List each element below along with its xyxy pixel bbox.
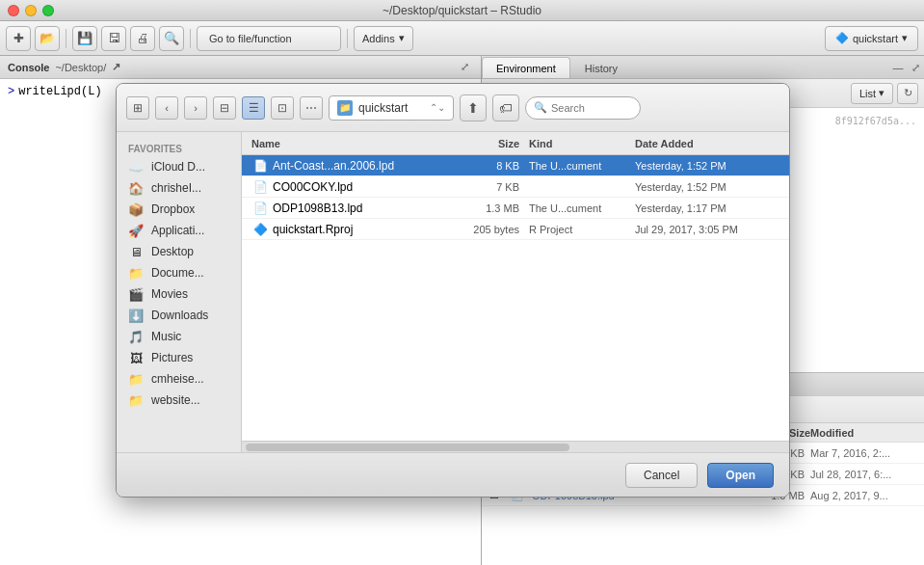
sidebar-item-desktop[interactable]: 🖥 Desktop: [117, 241, 241, 262]
right-panel-collapse-btn[interactable]: —: [889, 59, 907, 76]
dialog-view-gallery-btn[interactable]: ⋯: [300, 96, 323, 120]
find-btn[interactable]: 🔍: [159, 26, 184, 51]
file-size-3: 205 bytes: [442, 224, 519, 235]
env-refresh-btn[interactable]: ↻: [897, 83, 918, 104]
project-icon: 🔷: [835, 32, 849, 44]
sidebar-item-home[interactable]: 🏠 chrisheI...: [117, 177, 241, 199]
new-file-btn[interactable]: ✚: [6, 26, 31, 51]
project-btn[interactable]: 🔷 quickstart ▾: [825, 26, 918, 51]
console-path-icon[interactable]: ↗: [112, 61, 120, 73]
sidebar-icloud-label: iCloud D...: [151, 160, 205, 174]
open-button[interactable]: Open: [707, 463, 774, 488]
sidebar-item-website[interactable]: 📁 website...: [117, 390, 241, 411]
search-icon: 🔍: [534, 101, 547, 114]
col-header-size[interactable]: Size: [442, 138, 519, 149]
file-icon-0: 📄: [251, 157, 269, 175]
open-file-btn[interactable]: 📂: [35, 26, 60, 51]
dialog-scrollbar[interactable]: [246, 444, 569, 451]
dialog-file-area: Name Size Kind Date Added 📄 Ant-Coast...…: [242, 132, 789, 452]
dialog-view-columns-btn[interactable]: ⊟: [213, 96, 236, 120]
sidebar-music-label: Music: [151, 330, 181, 343]
sidebar-movies-label: Movies: [151, 287, 188, 301]
sidebar-item-downloads[interactable]: ⬇️ Downloads: [117, 305, 241, 326]
titlebar: ~/Desktop/quickstart – RStudio: [0, 0, 924, 21]
file-list: 📄 Ant-Coast...an.2006.lpd 8 KB The U...c…: [242, 155, 789, 441]
files-date-0: Mar 7, 2016, 2:...: [810, 447, 916, 459]
sidebar-item-movies[interactable]: 🎬 Movies: [117, 283, 241, 305]
dialog-sidebar: Favorites ☁️ iCloud D... 🏠 chrisheI... 📦…: [117, 132, 242, 452]
col-header-name[interactable]: Name: [251, 138, 442, 149]
files-date-1: Jul 28, 2017, 6:...: [810, 469, 916, 480]
sidebar-item-cmheise[interactable]: 📁 cmheise...: [117, 368, 241, 390]
file-row[interactable]: 📄 Ant-Coast...an.2006.lpd 8 KB The U...c…: [242, 155, 789, 176]
movies-icon: 🎬: [128, 286, 144, 302]
sidebar-item-icloud[interactable]: ☁️ iCloud D...: [117, 156, 241, 177]
files-date-col-header: Modified: [810, 427, 916, 439]
maximize-button[interactable]: [42, 5, 54, 16]
location-folder-icon: 📁: [337, 100, 353, 116]
right-panel-expand-btn[interactable]: ⤢: [907, 59, 924, 76]
toolbar-separator-3: [347, 29, 348, 48]
console-command: writeLipd(L): [18, 85, 101, 98]
save-all-btn[interactable]: 🖫: [101, 26, 126, 51]
console-actions: ⤢: [456, 59, 473, 76]
env-hash: 8f912f67d5a...: [835, 116, 916, 126]
save-btn[interactable]: 💾: [72, 26, 97, 51]
dialog-view-list-btn[interactable]: ☰: [242, 96, 265, 120]
toolbar-separator-1: [66, 29, 66, 48]
sidebar-item-dropbox[interactable]: 📦 Dropbox: [117, 199, 241, 220]
file-row[interactable]: 📄 ODP1098B13.lpd 1.3 MB The U...cument Y…: [242, 198, 789, 219]
dialog-tag-btn[interactable]: 🏷: [492, 94, 519, 121]
dialog-view-icons-btn[interactable]: ⊞: [126, 96, 149, 120]
left-panel: Console ~/Desktop/ ↗ ⤢ > writeLipd(L) ⊞ …: [0, 56, 482, 565]
col-header-date[interactable]: Date Added: [625, 138, 779, 149]
pictures-icon: 🖼: [128, 350, 144, 365]
file-date-2: Yesterday, 1:17 PM: [625, 202, 779, 214]
dialog-location-selector[interactable]: 📁 quickstart ⌃⌄: [329, 95, 454, 121]
console-expand-btn[interactable]: ⤢: [456, 59, 473, 76]
file-list-header: Name Size Kind Date Added: [242, 132, 789, 155]
list-arrow-icon: ▾: [879, 87, 884, 99]
console-path: ~/Desktop/: [55, 62, 106, 73]
dialog-body: Favorites ☁️ iCloud D... 🏠 chrisheI... 📦…: [117, 132, 789, 452]
list-view-btn[interactable]: List ▾: [851, 83, 893, 104]
file-icon-1: 📄: [251, 178, 269, 196]
dialog-view-cover-btn[interactable]: ⊡: [271, 96, 294, 120]
go-to-file-btn[interactable]: Go to file/function: [197, 26, 341, 51]
print-btn[interactable]: 🖨: [130, 26, 155, 51]
file-row[interactable]: 🔷 quickstart.Rproj 205 bytes R Project J…: [242, 219, 789, 240]
dialog-back-btn[interactable]: ‹: [155, 96, 178, 120]
dialog-forward-btn[interactable]: ›: [184, 96, 207, 120]
project-arrow-icon: ▾: [902, 32, 908, 44]
sidebar-item-music[interactable]: 🎵 Music: [117, 326, 241, 347]
dialog-search[interactable]: 🔍: [525, 96, 641, 120]
file-date-1: Yesterday, 1:52 PM: [625, 181, 779, 193]
sidebar-applications-label: Applicati...: [151, 224, 204, 237]
sidebar-item-documents[interactable]: 📁 Docume...: [117, 262, 241, 283]
cancel-button[interactable]: Cancel: [625, 463, 698, 488]
sidebar-dropbox-label: Dropbox: [151, 202, 195, 216]
console-title: Console ~/Desktop/ ↗: [8, 61, 120, 73]
file-date-0: Yesterday, 1:52 PM: [625, 160, 779, 172]
sidebar-downloads-label: Downloads: [151, 309, 208, 322]
documents-icon: 📁: [128, 265, 144, 281]
addins-btn[interactable]: Addins ▾: [354, 26, 413, 51]
minimize-button[interactable]: [25, 5, 37, 16]
downloads-icon: ⬇️: [128, 308, 144, 323]
right-tabs: Environment History — ⤢: [482, 56, 924, 79]
search-input[interactable]: [551, 102, 628, 114]
file-icon-3: 🔷: [251, 221, 269, 238]
tab-environment[interactable]: Environment: [482, 57, 570, 78]
sidebar-item-pictures[interactable]: 🖼 Pictures: [117, 347, 241, 368]
close-button[interactable]: [8, 5, 19, 16]
dialog-share-btn[interactable]: ⬆: [460, 94, 487, 121]
tab-history[interactable]: History: [570, 57, 632, 78]
window-controls: [8, 5, 54, 16]
icloud-icon: ☁️: [128, 159, 144, 175]
file-row[interactable]: 📄 CO00COKY.lpd 7 KB Yesterday, 1:52 PM: [242, 176, 789, 198]
col-header-kind[interactable]: Kind: [519, 138, 625, 149]
dialog-toolbar: ⊞ ‹ › ⊟ ☰ ⊡ ⋯ 📁 quickstart ⌃⌄ ⬆ 🏷 🔍: [117, 84, 789, 132]
sidebar-item-applications[interactable]: 🚀 Applicati...: [117, 220, 241, 241]
console-label: Console: [8, 62, 49, 73]
go-to-label: Go to file/function: [209, 33, 292, 44]
